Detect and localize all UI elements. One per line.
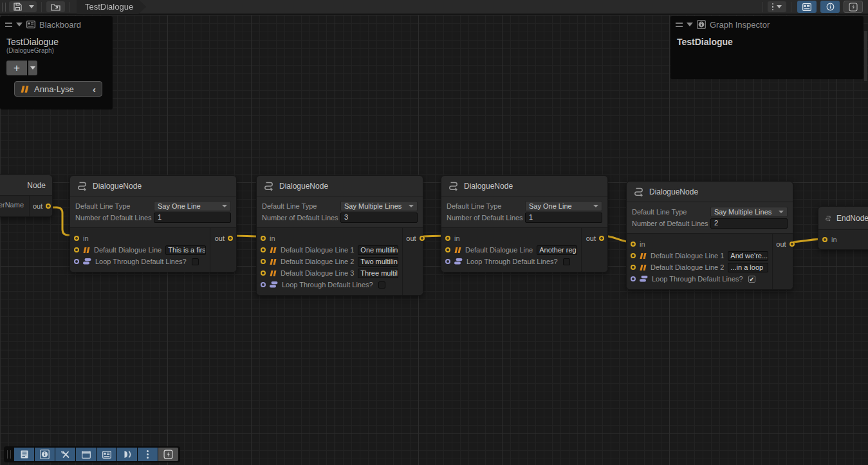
line-port[interactable]	[261, 247, 266, 252]
dialogue-line-input[interactable]: ...in a loop	[728, 263, 768, 272]
line-port[interactable]	[261, 259, 266, 264]
out-port[interactable]	[46, 204, 51, 209]
collapse-chevron-icon[interactable]: ‹	[93, 84, 96, 95]
in-port[interactable]	[261, 236, 266, 241]
loop-checkbox[interactable]	[563, 258, 570, 265]
drag-handle-icon[interactable]	[676, 23, 683, 27]
dialogue-node-2[interactable]: DialogueNode Default Line Type Say Multi…	[256, 175, 423, 296]
doc-list-button[interactable]	[14, 448, 34, 461]
quote-icon	[640, 253, 647, 259]
node-title[interactable]: DialogueNode	[627, 182, 793, 202]
blackboard-header[interactable]: Blackboard	[0, 16, 113, 33]
drag-handle-icon[interactable]	[5, 23, 12, 27]
line-type-dropdown[interactable]: Say One Line	[154, 201, 231, 211]
panel-resize-handle[interactable]	[864, 31, 867, 81]
blackboard-graph-type: (DialogueGraph)	[0, 47, 113, 58]
spark-toggle-button[interactable]	[844, 1, 863, 13]
end-node[interactable]: EndNode in	[818, 206, 868, 250]
loop-port[interactable]	[74, 259, 79, 264]
node-title[interactable]: DialogueNode	[70, 176, 236, 196]
line-type-dropdown[interactable]: Say One Line	[525, 201, 602, 211]
dialogue-line-input[interactable]: Three multilin	[358, 269, 398, 278]
field-label: Default Line Type	[75, 202, 154, 210]
save-button[interactable]	[9, 1, 26, 12]
line-port[interactable]	[445, 247, 450, 252]
dialogue-node-3[interactable]: DialogueNode Default Line Type Say One L…	[441, 175, 608, 272]
node-title[interactable]: EndNode	[818, 207, 868, 230]
line-port[interactable]	[631, 265, 636, 270]
graph-tab[interactable]: TestDialogue	[77, 0, 146, 14]
speaker-node-partial[interactable]: Node kerName out	[0, 175, 53, 217]
save-dropdown-button[interactable]	[26, 1, 37, 12]
graph-inspector-toggle-button[interactable]	[820, 1, 840, 13]
dialogue-node-1[interactable]: DialogueNode Default Line Type Say One L…	[69, 175, 237, 272]
num-lines-input[interactable]: 2	[710, 218, 788, 229]
field-label: Number of Default Lines	[447, 214, 525, 222]
collapse-triangle-icon[interactable]	[16, 23, 23, 26]
node-title[interactable]: DialogueNode	[257, 176, 423, 196]
toolbar-drag-handle[interactable]	[7, 450, 11, 459]
quote-icon	[21, 86, 29, 93]
overflow-menu-button[interactable]	[138, 448, 158, 461]
loop-checkbox[interactable]	[192, 258, 199, 265]
chevron-down-icon	[409, 205, 414, 207]
out-port[interactable]	[420, 236, 425, 241]
num-lines-input[interactable]: 1	[525, 213, 602, 223]
graph-inspector-header[interactable]: Graph Inspector	[670, 16, 863, 33]
in-port-label: in	[454, 234, 460, 242]
loop-checkbox[interactable]	[378, 281, 385, 289]
dialogue-line-input[interactable]: Two multiline	[358, 257, 398, 267]
add-variable-button[interactable]: +	[6, 61, 27, 75]
line-port[interactable]	[74, 247, 79, 252]
line-port[interactable]	[261, 270, 266, 276]
blackboard-toggle-button[interactable]	[797, 1, 817, 13]
variable-anna-lyse[interactable]: Anna-Lyse ‹	[14, 81, 102, 97]
blackboard-button[interactable]	[97, 448, 116, 461]
line-port[interactable]	[631, 253, 636, 258]
flow-icon	[633, 187, 644, 196]
node-ports: in Default Dialogue Line 1 One multiline…	[257, 228, 423, 295]
collapse-triangle-icon[interactable]	[687, 23, 693, 26]
loop-port[interactable]	[261, 282, 266, 287]
line-type-dropdown[interactable]: Say Multiple Lines	[710, 207, 788, 217]
overflow-menu-button[interactable]	[768, 1, 787, 12]
in-port[interactable]	[445, 236, 450, 241]
quote-icon	[454, 247, 461, 253]
in-port-label: in	[640, 240, 645, 248]
open-asset-button[interactable]	[46, 1, 65, 12]
node-title[interactable]: DialogueNode	[441, 176, 607, 196]
dialogue-line-input[interactable]: One multiline	[358, 245, 398, 255]
num-lines-input[interactable]: 1	[154, 213, 231, 223]
line-type-dropdown[interactable]: Say Multiple Lines	[340, 201, 418, 211]
dialogue-line-input[interactable]: Another regu	[537, 245, 577, 255]
dialogue-node-4[interactable]: DialogueNode Default Line Type Say Multi…	[626, 181, 793, 290]
play-preview-button[interactable]	[117, 448, 137, 461]
loop-port[interactable]	[631, 276, 636, 281]
loop-icon	[454, 258, 463, 265]
spark-icon	[849, 3, 858, 12]
num-lines-input[interactable]: 3	[340, 213, 418, 223]
loop-checkbox[interactable]: ✔	[748, 276, 755, 283]
window-button[interactable]	[76, 448, 96, 461]
out-port[interactable]	[599, 236, 604, 241]
in-port[interactable]	[74, 236, 79, 241]
chevron-down-icon	[777, 5, 782, 8]
chevron-down-icon	[222, 205, 227, 207]
loop-icon	[83, 258, 91, 265]
in-port[interactable]	[631, 242, 636, 247]
inspector-button[interactable]	[35, 448, 55, 461]
spark-button[interactable]	[158, 448, 178, 461]
toolbar-drag-handle[interactable]	[2, 3, 6, 12]
flow-icon	[77, 181, 88, 191]
in-port[interactable]	[822, 237, 827, 242]
dialogue-line-input[interactable]: This is a first	[165, 245, 206, 255]
tools-button[interactable]	[55, 448, 75, 461]
loop-port[interactable]	[445, 259, 450, 264]
dialogue-line-input[interactable]: And we're...	[728, 251, 768, 261]
out-port[interactable]	[790, 242, 795, 247]
out-port[interactable]	[228, 236, 233, 241]
spark-icon	[163, 450, 173, 459]
node-title[interactable]: Node	[0, 175, 52, 196]
node-ports: in Default Dialogue Line 1 And we're... …	[627, 234, 793, 289]
add-variable-dropdown[interactable]	[28, 61, 37, 75]
